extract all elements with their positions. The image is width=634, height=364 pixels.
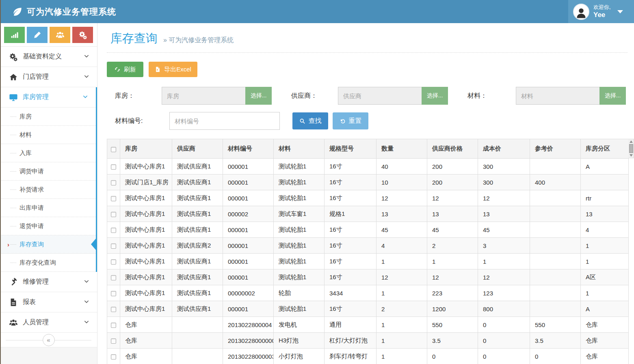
sidebar-subitem-7[interactable]: 退货申请 [0, 217, 96, 235]
user-menu[interactable]: 欢迎你, Yee [568, 0, 634, 23]
cell [530, 238, 581, 254]
table-row[interactable]: 仓库2013022800004发电机通用15500550仓库 [107, 317, 629, 333]
cell: 12 [478, 190, 530, 206]
table-row[interactable]: 测试中心库房1测试供应商2000001测试轮胎116寸4231 [107, 238, 629, 254]
sidebar-subitem-9[interactable]: 库存变化查询 [0, 254, 96, 272]
sidebar-subitem-5[interactable]: 补货请求 [0, 181, 96, 199]
cell: 800 [478, 301, 530, 317]
cell: 测试供应商1 [172, 285, 223, 301]
material-select-button[interactable]: 选择... [599, 87, 626, 105]
row-checkbox[interactable] [111, 243, 116, 249]
search-label: 查找 [309, 117, 322, 125]
warehouse-select-button[interactable]: 选择... [245, 87, 272, 105]
column-header-6[interactable]: 数量 [377, 139, 427, 159]
supplier-input[interactable] [338, 87, 422, 105]
column-header-5[interactable]: 规格型号 [325, 139, 377, 159]
column-header-9[interactable]: 参考价 [530, 139, 581, 159]
row-checkbox[interactable] [111, 164, 116, 170]
sidebar-subitem-1[interactable]: 库房 [0, 108, 96, 126]
cell: 550 [427, 317, 478, 333]
chevron-down-icon [83, 278, 90, 286]
user-caret-down-icon [617, 10, 623, 13]
sidebar-collapse-button[interactable]: « [43, 334, 55, 346]
supplier-select-button[interactable]: 选择... [422, 87, 448, 105]
column-header-4[interactable]: 材料 [274, 139, 325, 159]
cell: 4 [581, 222, 629, 238]
row-checkbox[interactable] [111, 212, 116, 217]
column-header-2[interactable]: 供应商 [172, 139, 223, 159]
sidebar-subitem-2[interactable]: 材料 [0, 126, 96, 144]
table-scrollbar[interactable] [628, 139, 634, 158]
sidebar-item-store-mgmt[interactable]: 门店管理 [0, 67, 97, 87]
app-title: 可为汽修业务管理系统 [27, 6, 116, 17]
sidebar-item-personnel[interactable]: 人员管理 [0, 312, 97, 333]
reset-button[interactable]: 重置 [333, 112, 368, 129]
material-input[interactable] [516, 87, 600, 105]
table-row[interactable]: 测试中心库房1测试供应商1000001测试轮胎116寸21200800A [107, 301, 629, 317]
column-header-3[interactable]: 材料编号 [223, 139, 274, 159]
shortcut-users-button[interactable] [50, 27, 70, 43]
row-checkbox[interactable] [111, 291, 116, 296]
table-row[interactable]: 测试中心库房1测试供应商1000001测试轮胎116寸1111 [107, 254, 629, 269]
select-all-checkbox[interactable] [111, 147, 116, 152]
table-row[interactable]: 测试中心库房1测试供应商1000001测试轮胎116寸121212rtr [107, 190, 629, 206]
column-header-1[interactable]: 库房 [120, 139, 172, 159]
sidebar-collapse-row: « [0, 333, 97, 347]
shortcut-edit-button[interactable] [27, 27, 48, 43]
row-checkbox[interactable] [111, 228, 116, 233]
cell: 1 [377, 333, 427, 349]
cell: 测试中心库房1 [120, 285, 172, 301]
brand: 可为汽修业务管理系统 [0, 6, 116, 17]
sidebar: 基础资料定义 门店管理 库房管理 [0, 23, 97, 364]
search-button[interactable]: 查找 [292, 112, 328, 129]
row-checkbox[interactable] [111, 338, 116, 344]
row-checkbox[interactable] [111, 307, 116, 312]
shortcut-chart-button[interactable] [4, 27, 25, 43]
sidebar-item-label: 维修管理 [23, 278, 49, 286]
table-row[interactable]: 测试中心库房1测试供应商100000002轮胎343412231231 [107, 285, 629, 301]
sidebar-subitem-8[interactable]: ›库存查询 [0, 235, 96, 254]
row-checkbox[interactable] [111, 196, 116, 201]
material-no-input[interactable] [169, 112, 280, 130]
row-checkbox[interactable] [111, 259, 116, 265]
table-row[interactable]: 测试门店1_库房测试供应商1000001测试轮胎116寸10200300400 [107, 174, 629, 190]
row-checkbox[interactable] [111, 323, 116, 328]
display-icon [9, 93, 18, 102]
sidebar-item-warehouse-mgmt[interactable]: 库房管理 [0, 87, 96, 108]
table-row[interactable]: 仓库20130228000003小灯灯泡刹车灯/转弯灯1000仓库 [107, 349, 629, 364]
column-header-10[interactable]: 库房分区 [581, 139, 629, 159]
cell: H3灯泡 [274, 333, 325, 349]
cell: 测试中心库房1 [120, 190, 172, 206]
column-header-8[interactable]: 成本价 [478, 139, 530, 159]
cell: 测试供应商1 [172, 301, 223, 317]
welcome-line1: 欢迎你, [593, 4, 611, 11]
refresh-button[interactable]: 刷新 [107, 62, 143, 77]
chevron-down-icon [83, 298, 90, 306]
table-row[interactable]: 测试中心库房1测试供应商1000002测试车窗1规格113131313 [107, 206, 629, 222]
row-checkbox[interactable] [111, 180, 116, 185]
warehouse-input[interactable] [162, 87, 246, 105]
sidebar-item-base-data[interactable]: 基础资料定义 [0, 47, 97, 67]
cell: 测试轮胎1 [274, 238, 325, 254]
sidebar-subitem-6[interactable]: 出库申请 [0, 199, 96, 217]
sidebar-item-reports[interactable]: 报表 [0, 292, 97, 312]
cell [530, 301, 581, 317]
row-checkbox[interactable] [111, 275, 116, 280]
sidebar-item-repair-mgmt[interactable]: 维修管理 [0, 272, 97, 292]
sidebar-subitem-3[interactable]: 入库 [0, 144, 96, 162]
scroll-down-icon[interactable] [630, 154, 633, 157]
table-row[interactable]: 测试中心库房1测试供应商1000001测试轮胎116寸121212A区 [107, 269, 629, 285]
table-row[interactable]: 测试中心库房1测试供应商1000001测试轮胎116寸4545454 [107, 222, 629, 238]
table-row[interactable]: 测试中心库房1测试供应商1000001测试轮胎116寸40200300A [107, 159, 629, 174]
cell [530, 222, 581, 238]
scroll-up-icon[interactable] [630, 140, 633, 143]
shortcut-settings-button[interactable] [72, 27, 93, 43]
row-checkbox[interactable] [111, 354, 116, 360]
column-header-7[interactable]: 供应商价格 [427, 139, 478, 159]
active-chevron-right-icon: › [7, 241, 9, 248]
scroll-thumb[interactable] [629, 144, 633, 153]
sidebar-subitem-4[interactable]: 调货申请 [0, 162, 96, 181]
table-row[interactable]: 仓库20130228000000H3灯泡杠灯/大灯灯泡13.503.5仓库 [107, 333, 629, 349]
cell: 000001 [223, 222, 274, 238]
export-excel-button[interactable]: 导出Excel [149, 62, 197, 77]
